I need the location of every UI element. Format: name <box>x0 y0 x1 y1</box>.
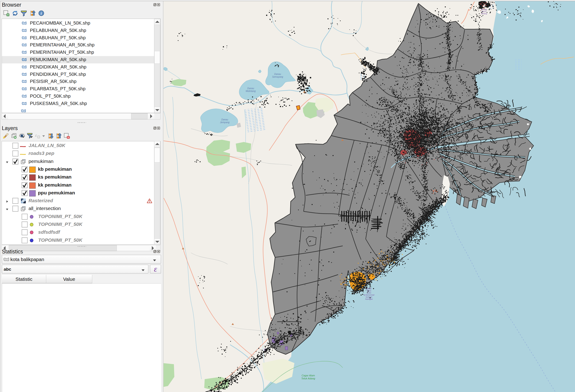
svg-text:Sepinggan: Sepinggan <box>365 298 373 300</box>
svg-text:Cagar Alam: Cagar Alam <box>302 374 315 377</box>
svg-text:Aji Muhammad: Aji Muhammad <box>363 294 375 296</box>
svg-text:Jempang: Jempang <box>220 121 230 124</box>
svg-text:Bandar: Bandar <box>366 288 372 289</box>
svg-text:U0019: U0019 <box>482 11 486 12</box>
svg-text:Danau: Danau <box>221 118 228 121</box>
svg-text:Melintang: Melintang <box>246 90 256 92</box>
svg-text:i: i <box>41 11 42 16</box>
svg-text:Udara: Udara <box>367 290 371 292</box>
svg-text:Danau: Danau <box>247 87 254 90</box>
svg-text:ε: ε <box>35 133 37 138</box>
svg-text:Bontang: Bontang <box>481 9 487 11</box>
svg-text:Sulaiman: Sulaiman <box>365 296 372 298</box>
svg-text:Danau: Danau <box>274 73 281 75</box>
svg-text:Semayang: Semayang <box>272 76 283 78</box>
svg-text:Teluk Adang: Teluk Adang <box>301 377 315 380</box>
svg-text:Bontang: Bontang <box>481 13 487 15</box>
svg-text:Sultan: Sultan <box>367 292 371 294</box>
